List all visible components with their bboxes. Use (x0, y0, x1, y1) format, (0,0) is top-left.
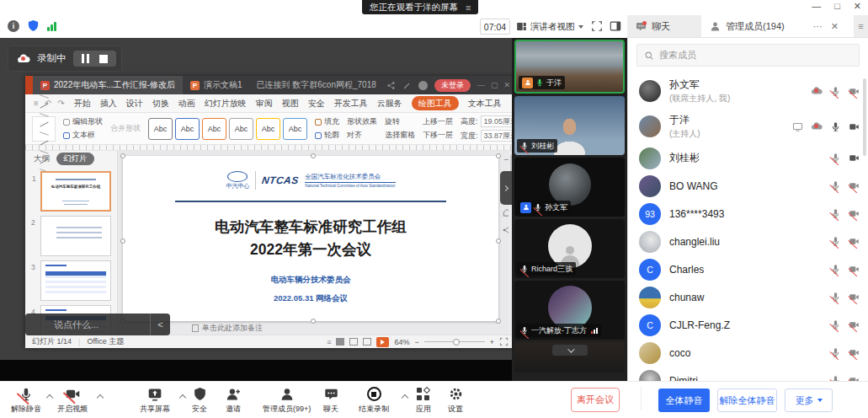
wps-login-pill[interactable]: 未登录 (434, 79, 471, 92)
selection-pane-button[interactable]: 选择窗格 (385, 130, 415, 141)
style-preset[interactable]: Abc (202, 118, 226, 140)
camera-muted-icon[interactable] (849, 180, 860, 191)
tab-chat[interactable]: 聊天 (627, 15, 701, 37)
video-tile-partial[interactable] (514, 342, 625, 372)
wps-account-avatar[interactable] (418, 81, 428, 90)
video-tile-active-speaker[interactable]: 于洋 (514, 40, 625, 94)
bring-forward-button[interactable]: 上移一层 (423, 116, 453, 127)
current-slide[interactable]: 中汽中心 NTCAS 全国汽车标准化技术委员会 National Technic… (123, 156, 498, 321)
camera-muted-icon[interactable] (849, 208, 860, 219)
wps-window-controls[interactable]: —▢✕ (477, 81, 510, 89)
camera-on-icon[interactable] (849, 153, 860, 163)
slide-thumbnail-1[interactable]: 1 电动汽车整车标准研究工作组 (40, 171, 111, 212)
member-row[interactable]: C Charles (639, 255, 860, 283)
unmute-all-button[interactable]: 解除全体静音 (717, 389, 777, 412)
style-preset[interactable]: Abc (175, 118, 200, 140)
close-button[interactable]: ✕ (854, 1, 861, 12)
wps-menu-item[interactable]: 动画 (178, 98, 195, 110)
style-preset[interactable]: Abc (148, 118, 173, 140)
slide-thumbnail-2[interactable]: 2 (40, 216, 111, 256)
share-screen-button[interactable]: 共享屏幕 (140, 386, 170, 415)
stop-recording-button[interactable] (99, 55, 108, 63)
video-tile[interactable]: Richard三孩 (514, 219, 625, 278)
mic-muted-icon[interactable] (830, 236, 841, 247)
leave-meeting-button[interactable]: 离开会议 (571, 388, 620, 412)
mic-options-chevron[interactable] (47, 394, 53, 399)
wps-menu-item[interactable]: 开始 (74, 98, 91, 110)
slide-sorter-icon[interactable] (349, 338, 358, 346)
chat-input-placeholder[interactable]: 说点什么... (25, 319, 150, 331)
style-preset[interactable]: Abc (256, 118, 280, 140)
member-row[interactable]: Dimitri (639, 367, 860, 381)
camera-muted-icon[interactable] (849, 347, 860, 358)
cloud-record-icon[interactable] (811, 85, 823, 97)
mic-muted-icon[interactable] (830, 375, 841, 381)
collapse-videos-button[interactable] (552, 345, 588, 356)
security-shield-icon[interactable] (27, 19, 40, 32)
share-options-chevron[interactable] (180, 394, 186, 399)
merge-shapes-button[interactable]: 合并形状 (110, 123, 141, 134)
wps-menu-item[interactable]: 安全 (308, 98, 325, 110)
camera-muted-icon[interactable] (849, 375, 860, 381)
wps-menu-item[interactable]: 审阅 (256, 98, 273, 110)
normal-view-icon[interactable] (336, 338, 344, 346)
member-row[interactable]: chunaw (639, 283, 860, 311)
camera-muted-icon[interactable] (849, 319, 860, 330)
wps-menu-text-tools[interactable]: 文本工具 (468, 98, 502, 110)
video-tile[interactable]: 孙文军 (514, 158, 625, 217)
video-tile[interactable]: 刘桂彬 (514, 96, 625, 155)
screen-share-icon[interactable] (792, 121, 803, 132)
wps-document-tab-2[interactable]: P 演示文稿1 (183, 76, 250, 94)
shape-gallery[interactable] (32, 116, 56, 142)
tab-members[interactable]: 管理成员(194) ⋯ ✕ (701, 15, 854, 37)
slideshow-play-button[interactable] (376, 337, 389, 347)
maximize-button[interactable]: □ (834, 1, 840, 12)
tab-slides[interactable]: 幻灯片 (56, 153, 94, 165)
camera-muted-icon[interactable] (849, 236, 860, 247)
theme-name[interactable]: Office 主题 (87, 336, 124, 347)
manage-members-button[interactable]: 管理成员(99+) (263, 386, 311, 415)
chat-button[interactable]: 聊天 (323, 386, 338, 415)
panel-more-button[interactable]: ⋯ (813, 21, 823, 32)
stop-record-button[interactable]: 结束录制 (359, 386, 389, 415)
member-row[interactable]: 孙文军 (联席主持人, 我) (639, 73, 860, 109)
member-row[interactable]: 刘桂彬 (639, 144, 860, 172)
member-row[interactable]: changlei.liu (639, 228, 860, 255)
slide-thumbnail-3[interactable]: 3 (40, 260, 111, 301)
wps-menu-item[interactable]: 设计 (126, 98, 143, 110)
cloud-record-icon[interactable] (811, 121, 823, 132)
mic-muted-icon[interactable] (830, 208, 841, 219)
mic-muted-icon[interactable] (830, 319, 841, 330)
wps-menu-item[interactable]: 开发工具 (334, 98, 368, 110)
record-options-chevron[interactable] (402, 394, 408, 399)
banner-menu-icon[interactable]: ≡ (466, 3, 471, 13)
mic-muted-icon[interactable] (830, 264, 841, 275)
edit-shape-button[interactable]: 编辑形状 (63, 116, 103, 127)
camera-muted-icon[interactable] (849, 292, 860, 303)
zoom-in-button[interactable]: + (490, 338, 494, 346)
view-mode-button[interactable]: 演讲者视图 (516, 19, 583, 35)
share-icon[interactable] (386, 81, 396, 90)
fit-screen-icon[interactable] (499, 337, 509, 346)
camera-on-icon[interactable] (849, 121, 860, 132)
wps-menu-item[interactable]: 云服务 (377, 98, 402, 110)
mic-muted-icon[interactable] (830, 153, 841, 163)
start-video-button[interactable]: 开启视频 (57, 386, 88, 415)
members-scrollbar[interactable] (863, 78, 866, 156)
shape-effect-button[interactable]: 形状效果 (347, 116, 377, 127)
chat-collapse-button[interactable]: < (150, 314, 170, 335)
fullscreen-icon[interactable] (591, 20, 603, 32)
mic-on-icon[interactable] (830, 121, 841, 132)
mic-muted-icon[interactable] (830, 180, 841, 191)
pin-icon[interactable] (402, 81, 412, 90)
mic-muted-icon[interactable] (830, 86, 841, 97)
camera-muted-icon[interactable] (849, 264, 860, 275)
mute-all-button[interactable]: 全体静音 (658, 389, 710, 412)
align-button[interactable]: 对齐 (347, 130, 377, 141)
zoom-level[interactable]: 64% (394, 338, 409, 346)
search-members-input[interactable]: 搜索成员 (636, 44, 860, 67)
pause-recording-button[interactable] (82, 54, 89, 63)
mic-muted-icon[interactable] (830, 347, 841, 358)
video-strip-collapse-handle[interactable] (500, 171, 512, 205)
floating-chat-bar[interactable]: 说点什么... < (25, 314, 170, 335)
